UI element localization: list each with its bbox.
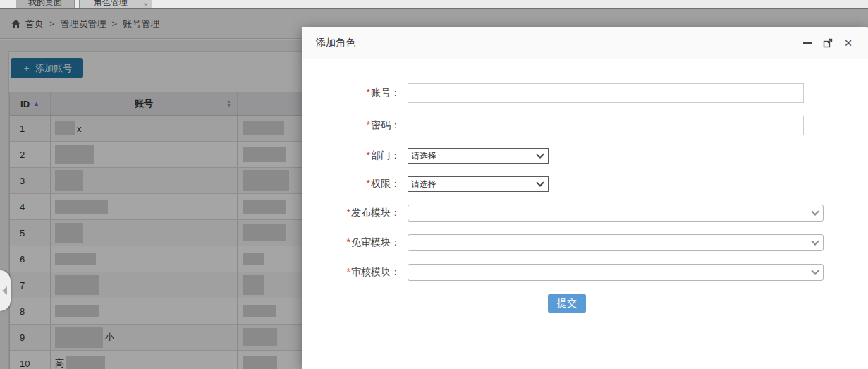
department-selected-value: 请选择 [411,150,436,162]
review-module-label: *审核模块： [302,266,408,279]
dialog-title: 添加角色 [316,37,355,49]
form-row-publish-module: *发布模块： [302,205,868,222]
publish-module-select[interactable] [408,205,824,222]
password-input[interactable] [408,116,804,135]
required-asterisk: * [367,119,370,131]
required-asterisk: * [347,236,350,248]
exempt-module-label: *免审模块： [302,236,408,249]
tab-bar: 我的桌面 角色管理 × [0,0,868,8]
review-module-select[interactable] [408,264,824,281]
tab-label: 角色管理 [94,0,128,7]
permission-select[interactable]: 请选择 [408,176,549,192]
account-input[interactable] [408,83,804,103]
form-row-review-module: *审核模块： [302,264,868,281]
collapse-left-icon [2,286,7,295]
form-row-password: *密码： [302,116,868,135]
publish-module-label: *发布模块： [302,207,408,219]
tab-close-icon[interactable]: × [144,1,148,8]
form-row-permission: *权限：请选择 [302,176,868,192]
form-row-department: *部门：请选择 [302,148,868,164]
add-role-form: *账号：*密码：*部门：请选择*权限：请选择*发布模块：*免审模块：*审核模块：… [302,59,868,313]
department-select[interactable]: 请选择 [408,148,549,164]
department-label: *部门： [302,150,408,162]
chevron-down-icon [536,179,544,186]
required-asterisk: * [367,150,370,161]
required-asterisk: * [347,266,350,277]
chevron-down-icon [811,267,819,274]
submit-button[interactable]: 提交 [548,294,586,313]
chevron-down-icon [811,207,819,215]
required-asterisk: * [347,207,350,218]
account-label: *账号： [302,87,408,99]
sidebar-collapse-handle[interactable] [0,270,11,311]
chevron-down-icon [811,237,819,245]
password-label: *密码： [302,119,408,132]
exempt-module-select[interactable] [408,234,824,251]
form-row-exempt-module: *免审模块： [302,234,868,251]
required-asterisk: * [367,87,370,98]
chevron-down-icon [536,150,544,158]
permission-label: *权限： [302,178,408,190]
tab-my-desktop[interactable]: 我的桌面 [16,0,75,8]
tab-role-management[interactable]: 角色管理 × [79,0,152,8]
add-role-dialog: 添加角色 × *账号：*密码：*部门：请选择*权限：请选择*发布模块：*免审模块… [302,27,868,369]
maximize-icon[interactable] [822,37,833,49]
close-icon[interactable]: × [843,37,854,49]
form-row-account: *账号： [302,83,868,103]
permission-selected-value: 请选择 [411,179,436,190]
dialog-header: 添加角色 × [302,27,868,59]
required-asterisk: * [367,178,370,189]
minimize-icon[interactable] [802,37,813,49]
